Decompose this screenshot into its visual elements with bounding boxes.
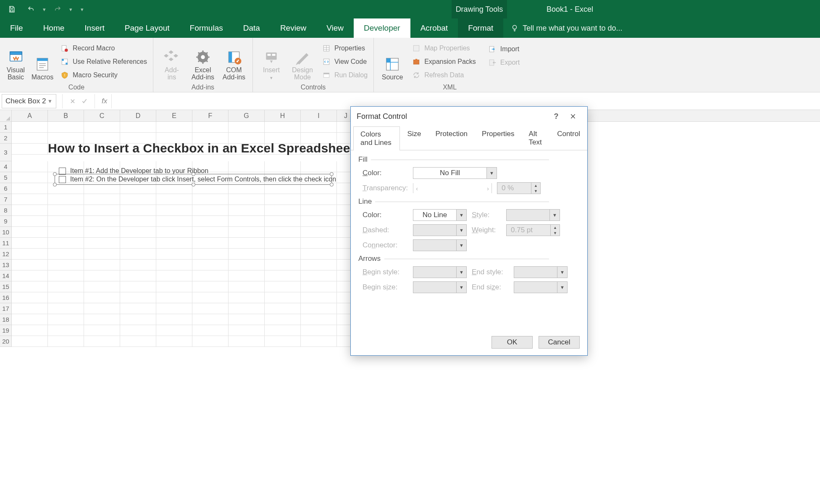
cell[interactable] (192, 205, 229, 216)
cell[interactable] (156, 205, 192, 216)
cell[interactable] (156, 314, 192, 325)
cell[interactable] (48, 249, 84, 260)
cell[interactable] (48, 238, 84, 249)
cell[interactable] (229, 216, 265, 227)
cell[interactable] (301, 270, 337, 281)
cell[interactable] (84, 216, 120, 227)
cell[interactable] (84, 303, 120, 314)
cell[interactable] (12, 144, 48, 155)
cell[interactable] (84, 172, 120, 183)
cell[interactable] (265, 238, 301, 249)
undo-dropdown-icon[interactable]: ▾ (42, 6, 47, 13)
cell[interactable] (120, 183, 156, 194)
cell[interactable] (120, 194, 156, 205)
cell[interactable] (12, 281, 48, 292)
cell[interactable] (229, 292, 265, 303)
cell[interactable] (192, 292, 229, 303)
col-header[interactable]: C (84, 110, 120, 121)
cell[interactable] (12, 172, 48, 183)
cell[interactable] (156, 194, 192, 205)
cell[interactable] (229, 172, 265, 183)
row-header[interactable]: 8 (0, 205, 12, 216)
cell[interactable] (120, 314, 156, 325)
macros-button[interactable]: Macros (30, 40, 55, 83)
row-header[interactable]: 16 (0, 292, 12, 303)
fill-color-dropdown-icon[interactable]: ▼ (486, 168, 497, 178)
col-header[interactable]: H (265, 110, 301, 121)
xml-source-button[interactable]: Source (378, 40, 407, 83)
tell-me-box[interactable]: Tell me what you want to do... (503, 18, 630, 38)
cell[interactable] (301, 303, 337, 314)
line-color-dropdown-icon[interactable]: ▼ (456, 210, 466, 220)
tab-format[interactable]: Format (458, 18, 503, 38)
excel-addins-button[interactable]: ExcelAdd-ins (189, 40, 217, 83)
cell[interactable] (84, 270, 120, 281)
cell[interactable] (156, 238, 192, 249)
row-header[interactable]: 10 (0, 227, 12, 238)
cell[interactable] (156, 303, 192, 314)
cell[interactable] (229, 336, 265, 347)
cell[interactable] (120, 122, 156, 133)
cell[interactable] (156, 227, 192, 238)
cell[interactable] (120, 260, 156, 270)
cell[interactable] (84, 133, 120, 144)
row-header[interactable]: 19 (0, 325, 12, 336)
cell[interactable] (48, 144, 84, 155)
cell[interactable] (301, 249, 337, 260)
cell[interactable] (12, 161, 48, 172)
cell[interactable] (301, 281, 337, 292)
cell[interactable] (229, 314, 265, 325)
spreadsheet-grid[interactable]: A B C D E F G H I J 12345678910111213141… (0, 110, 820, 504)
cell[interactable] (301, 183, 337, 194)
dialog-tab-control[interactable]: Control (550, 126, 587, 150)
cell[interactable] (12, 194, 48, 205)
cell[interactable] (265, 270, 301, 281)
cell[interactable] (265, 194, 301, 205)
dialog-tab-properties[interactable]: Properties (475, 126, 521, 150)
dialog-tab-alt-text[interactable]: Alt Text (522, 126, 550, 150)
cell[interactable] (156, 133, 192, 144)
cell[interactable] (156, 161, 192, 172)
xml-export-button[interactable]: Export (486, 57, 521, 68)
cell[interactable] (48, 227, 84, 238)
cell[interactable] (12, 216, 48, 227)
tab-home[interactable]: Home (33, 18, 75, 38)
cell[interactable] (120, 249, 156, 260)
tab-review[interactable]: Review (270, 18, 316, 38)
view-code-button[interactable]: View Code (320, 56, 369, 67)
cancel-button[interactable]: Cancel (539, 336, 580, 349)
save-button[interactable] (3, 3, 20, 16)
fx-cancel-button[interactable] (67, 95, 79, 107)
cell[interactable] (156, 260, 192, 270)
cell[interactable] (120, 133, 156, 144)
cell[interactable] (192, 161, 229, 172)
fx-enter-button[interactable] (79, 95, 90, 107)
cell[interactable] (265, 314, 301, 325)
cell[interactable] (120, 336, 156, 347)
xml-import-button[interactable]: Import (486, 44, 521, 55)
cell[interactable] (156, 281, 192, 292)
cell[interactable] (156, 122, 192, 133)
cell[interactable] (192, 314, 229, 325)
fx-label[interactable]: fx (99, 97, 107, 105)
qat-customize-icon[interactable]: ▾ (76, 6, 84, 13)
cell[interactable] (265, 281, 301, 292)
cell[interactable] (84, 205, 120, 216)
redo-button[interactable] (49, 3, 66, 16)
row-header[interactable]: 4 (0, 161, 12, 172)
cell[interactable] (192, 133, 229, 144)
cell[interactable] (48, 183, 84, 194)
cell[interactable] (265, 161, 301, 172)
cell[interactable] (12, 133, 48, 144)
col-header[interactable]: B (48, 110, 84, 121)
cell[interactable] (301, 133, 337, 144)
cell[interactable] (301, 227, 337, 238)
cell[interactable] (301, 336, 337, 347)
cell[interactable] (156, 144, 192, 155)
cell[interactable] (12, 314, 48, 325)
addins-button[interactable]: Add-ins (158, 40, 186, 83)
col-header[interactable]: F (192, 110, 229, 121)
cell[interactable] (192, 270, 229, 281)
cell[interactable] (229, 144, 265, 155)
cell[interactable] (48, 292, 84, 303)
